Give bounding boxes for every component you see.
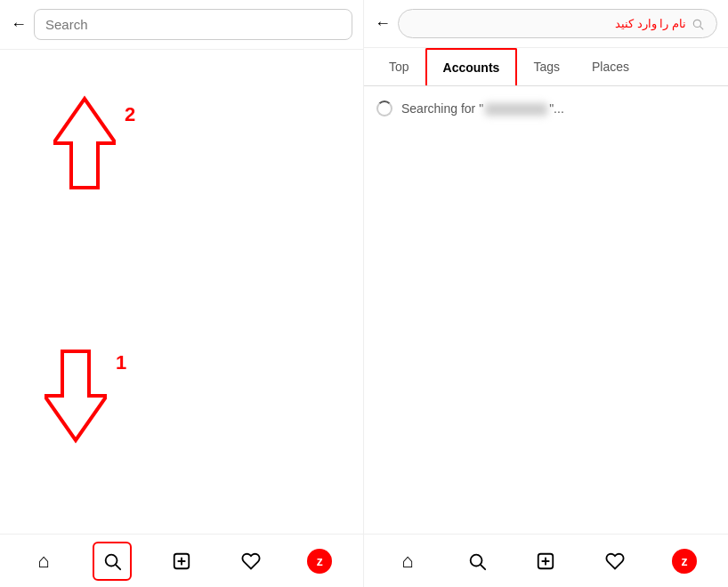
nav-home-left[interactable]: ⌂ (24, 542, 63, 581)
nav-add-left[interactable] (162, 542, 201, 581)
right-content (364, 131, 728, 534)
tab-tags[interactable]: Tags (517, 49, 576, 84)
svg-marker-0 (53, 99, 116, 188)
arrow-up-icon (53, 94, 116, 192)
nav-heart-right[interactable] (595, 542, 635, 581)
left-panel: ← 2 1 ⌂ (0, 0, 364, 587)
search-input[interactable] (34, 9, 352, 40)
nav-search-right[interactable] (457, 542, 497, 581)
arrow-down-icon (44, 347, 107, 445)
svg-marker-1 (44, 351, 107, 440)
svg-line-3 (117, 565, 121, 569)
nav-heart-left[interactable] (231, 542, 271, 581)
add-icon-left (172, 551, 191, 571)
svg-line-10 (481, 565, 485, 569)
back-arrow-left[interactable]: ← (11, 15, 27, 34)
right-header: ← نام را وارد کنید (364, 0, 728, 48)
searching-row: Searching for ""... (364, 86, 728, 131)
right-search-placeholder: نام را وارد کنید (615, 17, 686, 30)
tab-tags-label: Tags (533, 60, 560, 74)
search-icon-right-nav (467, 551, 487, 571)
searching-prefix: Searching for " (401, 101, 483, 116)
nav-add-right[interactable] (526, 542, 565, 581)
annotation-label-1: 1 (116, 351, 126, 374)
buzz-badge-right: z (672, 549, 697, 574)
nav-buzz-left[interactable]: z (300, 542, 339, 581)
nav-search-left[interactable] (93, 542, 132, 581)
back-arrow-right[interactable]: ← (375, 14, 391, 33)
search-icon-right (692, 18, 704, 30)
svg-line-8 (700, 26, 703, 28)
arrow-down-annotation: 1 (44, 347, 126, 445)
tabs-row: Top Accounts Tags Places (364, 48, 728, 86)
tab-top[interactable]: Top (373, 49, 425, 84)
right-search-box[interactable]: نام را وارد کنید (398, 9, 717, 38)
searching-text: Searching for ""... (401, 101, 564, 116)
blurred-username (485, 103, 547, 116)
tab-places-label: Places (592, 60, 629, 74)
heart-icon-left (241, 551, 261, 571)
search-icon-left (102, 551, 122, 571)
heart-icon-right (605, 551, 625, 571)
tab-accounts[interactable]: Accounts (425, 48, 518, 85)
right-panel: ← نام را وارد کنید Top Accounts Tags Pla… (364, 0, 728, 587)
nav-home-right[interactable]: ⌂ (388, 542, 427, 581)
right-bottom-nav: ⌂ z (364, 534, 728, 587)
searching-suffix: "... (549, 101, 564, 116)
left-bottom-nav: ⌂ z (0, 534, 363, 587)
left-header: ← (0, 0, 363, 50)
tab-places[interactable]: Places (576, 49, 645, 84)
tab-accounts-label: Accounts (443, 60, 500, 75)
buzz-badge-left: z (307, 549, 332, 574)
left-content: 2 1 (0, 50, 363, 534)
add-icon-right (536, 551, 555, 571)
loading-spinner (376, 101, 392, 117)
tab-top-label: Top (389, 60, 409, 74)
nav-buzz-right[interactable]: z (665, 542, 704, 581)
arrow-up-annotation: 2 (53, 94, 135, 192)
annotation-label-2: 2 (125, 103, 135, 126)
